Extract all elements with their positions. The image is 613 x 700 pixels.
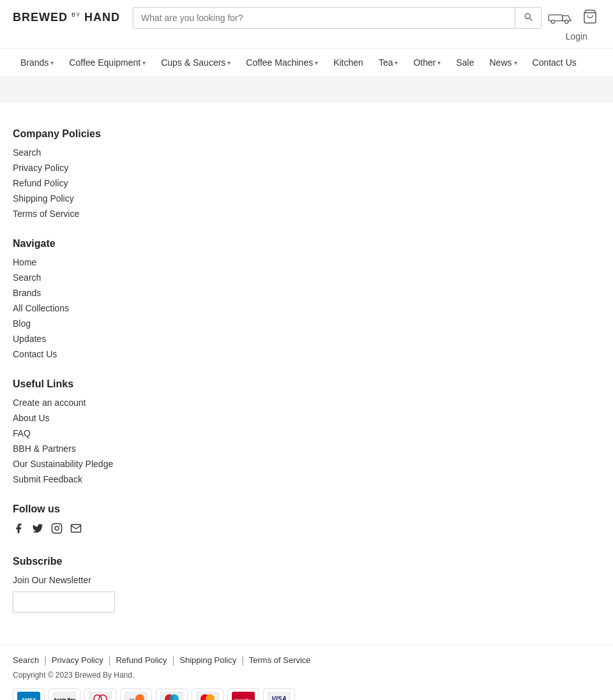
footer-nav-collections[interactable]: All Collections <box>13 303 69 313</box>
bottom-links: Search | Privacy Policy | Refund Policy … <box>13 655 600 666</box>
chevron-down-icon: ▾ <box>437 59 441 66</box>
list-item: Create an account <box>13 398 600 408</box>
navigate-links: Home Search Brands All Collections Blog … <box>13 257 600 359</box>
footer-nav-updates[interactable]: Updates <box>13 334 46 344</box>
list-item: Brands <box>13 288 600 298</box>
footer-link-privacy[interactable]: Privacy Policy <box>13 163 68 173</box>
list-item: Terms of Service <box>13 209 600 219</box>
payment-apple-pay: Apple Pay <box>49 689 80 700</box>
subscribe-email-input[interactable] <box>13 592 115 613</box>
subscribe-subtext: Join Our Newsletter <box>13 575 600 585</box>
list-item: Shipping Policy <box>13 193 600 204</box>
list-item: Updates <box>13 334 600 344</box>
svg-text:VISA: VISA <box>271 696 286 700</box>
list-item: Home <box>13 257 600 267</box>
site-header: BREWED BY HAND <box>0 0 613 48</box>
list-item: FAQ <box>13 428 600 438</box>
bottom-link-privacy[interactable]: Privacy Policy <box>52 655 103 666</box>
footer-link-shipping[interactable]: Shipping Policy <box>13 193 74 204</box>
nav-item-coffee-equipment[interactable]: Coffee Equipment ▾ <box>61 48 153 77</box>
payment-visa: VISA <box>263 689 295 700</box>
login-link[interactable]: Login <box>566 31 587 41</box>
subscribe-heading: Subscribe <box>13 556 600 567</box>
cart-button[interactable] <box>580 6 600 29</box>
list-item: Search <box>13 272 600 283</box>
svg-point-3 <box>565 20 568 23</box>
list-item: Search <box>13 147 600 158</box>
bottom-link-shipping[interactable]: Shipping Policy <box>179 655 236 666</box>
nav-item-other[interactable]: Other ▾ <box>405 48 448 77</box>
footer-link-feedback[interactable]: Submit Feedback <box>13 474 82 484</box>
footer-link-sustainability[interactable]: Our Sustainability Pledge <box>13 459 113 469</box>
svg-rect-5 <box>52 524 62 533</box>
footer-link-search[interactable]: Search <box>13 147 41 158</box>
brand-name: BREWED BY HAND <box>13 11 120 24</box>
footer-link-refund[interactable]: Refund Policy <box>13 178 68 188</box>
list-item: About Us <box>13 413 600 423</box>
cart-icon <box>582 9 598 24</box>
list-item: Blog <box>13 318 600 329</box>
footer-link-faq[interactable]: FAQ <box>13 428 31 438</box>
chevron-down-icon: ▾ <box>227 59 231 66</box>
nav-item-news[interactable]: News ▾ <box>482 48 525 77</box>
footer-useful-links: Useful Links Create an account About Us … <box>13 378 600 484</box>
nav-item-tea[interactable]: Tea ▾ <box>371 48 406 77</box>
company-policies-heading: Company Policies <box>13 128 600 140</box>
footer-nav-blog[interactable]: Blog <box>13 318 31 329</box>
footer-link-bbh[interactable]: BBH & Partners <box>13 443 76 454</box>
nav-item-cups-saucers[interactable]: Cups & Saucers ▾ <box>153 48 238 77</box>
main-navigation: Brands ▾ Coffee Equipment ▾ Cups & Sauce… <box>0 48 613 77</box>
footer-subscribe: Subscribe Join Our Newsletter <box>13 556 600 613</box>
footer-nav-brands[interactable]: Brands <box>13 288 41 298</box>
payment-amex: AMEX <box>13 689 45 700</box>
nav-item-kitchen[interactable]: Kitchen <box>326 48 371 77</box>
payment-unionpay: UnionPay <box>227 689 259 700</box>
shipping-truck-icon <box>548 9 573 27</box>
nav-item-coffee-machines[interactable]: Coffee Machines ▾ <box>238 48 326 77</box>
email-icon[interactable] <box>70 523 82 537</box>
useful-links-heading: Useful Links <box>13 378 600 390</box>
list-item: BBH & Partners <box>13 443 600 454</box>
instagram-icon[interactable] <box>51 523 63 537</box>
list-item: All Collections <box>13 303 600 313</box>
payment-diners <box>84 689 116 700</box>
footer-nav-search[interactable]: Search <box>13 272 41 283</box>
navigate-heading: Navigate <box>13 238 600 249</box>
bottom-link-terms[interactable]: Terms of Service <box>249 655 311 666</box>
search-button[interactable] <box>515 8 541 28</box>
twitter-icon[interactable] <box>32 523 43 537</box>
nav-item-contact-us[interactable]: Contact Us <box>525 48 584 77</box>
follow-us-heading: Follow us <box>13 503 600 515</box>
svg-point-2 <box>551 20 554 23</box>
chevron-down-icon: ▾ <box>50 59 54 66</box>
brand-logo[interactable]: BREWED BY HAND <box>13 11 120 24</box>
footer-navigate: Navigate Home Search Brands All Collecti… <box>13 238 600 359</box>
svg-text:Apple Pay: Apple Pay <box>54 697 75 700</box>
nav-item-sale[interactable]: Sale <box>448 48 481 77</box>
footer-link-terms[interactable]: Terms of Service <box>13 209 79 219</box>
payment-mastercard <box>192 689 223 700</box>
footer-link-create-account[interactable]: Create an account <box>13 398 86 408</box>
facebook-icon[interactable] <box>13 523 24 537</box>
chevron-down-icon: ▾ <box>395 59 398 66</box>
footer-nav-contact[interactable]: Contact Us <box>13 349 57 359</box>
bottom-link-refund[interactable]: Refund Policy <box>116 655 167 666</box>
footer-follow-us: Follow us <box>13 503 600 537</box>
list-item: Contact Us <box>13 349 600 359</box>
search-form <box>133 7 541 29</box>
nav-item-brands[interactable]: Brands ▾ <box>13 48 61 77</box>
footer-link-about[interactable]: About Us <box>13 413 50 423</box>
footer-nav-home[interactable]: Home <box>13 257 36 267</box>
useful-links-list: Create an account About Us FAQ BBH & Par… <box>13 398 600 484</box>
list-item: Privacy Policy <box>13 163 600 173</box>
payment-maestro <box>156 689 188 700</box>
chevron-down-icon: ▾ <box>514 59 517 66</box>
footer-company-policies: Company Policies Search Privacy Policy R… <box>13 128 600 219</box>
search-input[interactable] <box>133 8 515 28</box>
list-item: Refund Policy <box>13 178 600 188</box>
payment-discover: DIS <box>120 689 152 700</box>
social-icons-container <box>13 523 600 537</box>
site-footer: Company Policies Search Privacy Policy R… <box>0 103 613 644</box>
bottom-link-search[interactable]: Search <box>13 655 39 666</box>
bottom-bar: Search | Privacy Policy | Refund Policy … <box>0 644 613 700</box>
